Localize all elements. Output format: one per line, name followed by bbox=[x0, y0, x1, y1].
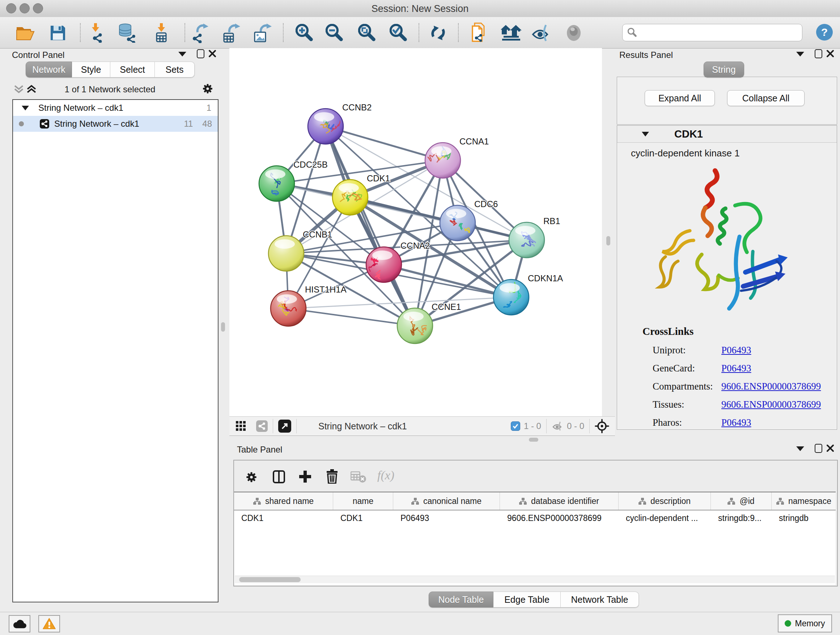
network-node-ccnb2[interactable] bbox=[308, 109, 343, 144]
network-node-ccna2[interactable] bbox=[366, 247, 401, 282]
collapse-all-button[interactable]: Collapse All bbox=[727, 90, 805, 106]
network-node-ccna1[interactable] bbox=[425, 143, 461, 178]
results-panel-menu-icon[interactable] bbox=[796, 52, 804, 57]
table-hscrollbar-thumb[interactable] bbox=[239, 577, 301, 582]
tab-select[interactable]: Select bbox=[111, 62, 155, 78]
zoom-selected-icon[interactable] bbox=[388, 22, 409, 43]
column-header[interactable]: namespace bbox=[772, 492, 836, 510]
network-row[interactable]: String Network – cdk1 11 48 bbox=[13, 116, 218, 132]
help-icon[interactable]: ? bbox=[816, 24, 833, 41]
protein-header-row[interactable]: CDK1 bbox=[617, 126, 837, 143]
tab-network-table[interactable]: Network Table bbox=[561, 592, 639, 608]
column-header[interactable]: database identifier bbox=[500, 492, 619, 510]
export-network-icon[interactable] bbox=[190, 22, 211, 43]
export-table-icon[interactable] bbox=[222, 22, 243, 43]
detach-view-icon[interactable] bbox=[278, 420, 291, 432]
cloud-status-button[interactable] bbox=[9, 615, 30, 632]
network-node-cdc25b[interactable] bbox=[259, 166, 294, 201]
network-edge[interactable] bbox=[288, 309, 415, 326]
table-cell[interactable]: 9606.ENSP00000378699 bbox=[500, 510, 619, 526]
column-header[interactable]: description bbox=[619, 492, 711, 510]
table-row[interactable]: CDK1CDK1P064939606.ENSP00000378699cyclin… bbox=[234, 510, 836, 526]
home-icon[interactable] bbox=[501, 22, 522, 43]
grid-view-icon[interactable] bbox=[236, 421, 246, 431]
table-panel-menu-icon[interactable] bbox=[796, 447, 804, 451]
network-node-cdk1[interactable] bbox=[332, 180, 368, 215]
memory-button[interactable]: Memory bbox=[778, 614, 832, 632]
network-node-rb1[interactable] bbox=[509, 222, 545, 258]
add-column-icon[interactable] bbox=[298, 470, 311, 483]
search-field[interactable] bbox=[622, 24, 802, 41]
network-options-gear-icon[interactable] bbox=[202, 83, 213, 95]
horizontal-splitter-handle[interactable] bbox=[529, 438, 538, 442]
control-panel-close-icon[interactable] bbox=[208, 50, 216, 57]
crosslink-link[interactable]: P06493 bbox=[722, 417, 752, 428]
network-node-cdkn1a[interactable] bbox=[493, 279, 529, 315]
table-hscrollbar[interactable] bbox=[235, 576, 835, 583]
table-cell[interactable]: P06493 bbox=[393, 510, 500, 526]
import-network-database-icon[interactable] bbox=[117, 22, 137, 43]
table-panel-float-icon[interactable] bbox=[815, 444, 822, 453]
crosslink-link[interactable]: 9606.ENSP00000378699 bbox=[722, 399, 821, 410]
network-edge-count: 48 bbox=[202, 119, 212, 129]
table-cell[interactable]: CDK1 bbox=[333, 510, 393, 526]
protein-collapse-icon[interactable] bbox=[642, 132, 649, 136]
column-header[interactable]: canonical name bbox=[393, 492, 500, 510]
show-eye-icon[interactable] bbox=[563, 22, 584, 43]
open-session-icon[interactable] bbox=[15, 22, 36, 43]
import-network-file-icon[interactable] bbox=[88, 22, 109, 43]
table-options-gear-icon[interactable] bbox=[245, 470, 258, 484]
table-cell[interactable]: stringdb:9... bbox=[711, 510, 772, 526]
open-session-from-network-icon[interactable] bbox=[468, 22, 489, 43]
control-panel-float-icon[interactable] bbox=[197, 49, 204, 58]
save-session-icon[interactable] bbox=[47, 22, 68, 43]
protein-structure-image bbox=[643, 164, 798, 320]
results-panel-close-icon[interactable] bbox=[826, 50, 834, 57]
left-splitter-handle[interactable] bbox=[221, 322, 225, 332]
crosslink-link[interactable]: P06493 bbox=[722, 345, 752, 356]
column-header[interactable]: name bbox=[333, 492, 393, 510]
delete-column-icon[interactable] bbox=[326, 469, 338, 484]
show-columns-icon[interactable] bbox=[272, 470, 286, 484]
network-collection-row[interactable]: String Network – cdk1 1 bbox=[13, 100, 218, 116]
results-panel-float-icon[interactable] bbox=[815, 49, 822, 58]
export-image-icon[interactable] bbox=[253, 22, 274, 43]
refresh-icon[interactable] bbox=[428, 22, 448, 43]
table-cell[interactable]: stringdb bbox=[772, 510, 836, 526]
tab-edge-table[interactable]: Edge Table bbox=[493, 592, 561, 608]
collection-expand-icon[interactable] bbox=[22, 106, 29, 111]
string-network-graph[interactable]: CCNB2CCNA1CDC25BCDK1CDC6RB1CCNB1CCNA2CDK… bbox=[229, 48, 602, 416]
crosslink-row: Tissues:9606.ENSP00000378699 bbox=[653, 399, 837, 410]
tab-sets[interactable]: Sets bbox=[155, 62, 195, 78]
network-node-hist1h1a[interactable] bbox=[271, 291, 306, 326]
network-node-ccnb1[interactable] bbox=[268, 236, 304, 271]
table-cell[interactable]: cyclin-dependent ... bbox=[619, 510, 711, 526]
network-node-ccne1[interactable] bbox=[397, 308, 433, 344]
expand-all-button[interactable]: Expand All bbox=[645, 90, 715, 106]
warning-status-button[interactable] bbox=[38, 615, 60, 632]
import-table-file-icon[interactable] bbox=[151, 22, 172, 43]
column-header[interactable]: shared name bbox=[234, 492, 333, 510]
results-tab-string[interactable]: String bbox=[704, 62, 744, 78]
zoom-out-icon[interactable] bbox=[324, 22, 345, 43]
hide-selected-icon[interactable] bbox=[531, 22, 552, 43]
table-cell[interactable]: CDK1 bbox=[234, 510, 333, 526]
crosslink-link[interactable]: 9606.ENSP00000378699 bbox=[722, 381, 821, 392]
network-canvas[interactable]: CCNB2CCNA1CDC25BCDK1CDC6RB1CCNB1CCNA2CDK… bbox=[229, 48, 602, 416]
tab-network[interactable]: Network bbox=[26, 62, 72, 78]
network-badge-icon[interactable] bbox=[256, 420, 268, 432]
zoom-fit-icon[interactable] bbox=[357, 22, 378, 43]
column-header[interactable]: @id bbox=[711, 492, 772, 510]
tab-node-table[interactable]: Node Table bbox=[429, 592, 493, 608]
zoom-in-icon[interactable] bbox=[294, 22, 315, 43]
table-panel-close-icon[interactable] bbox=[826, 444, 834, 452]
right-splitter-handle[interactable] bbox=[606, 236, 610, 245]
tab-style[interactable]: Style bbox=[72, 62, 111, 78]
control-panel-menu-icon[interactable] bbox=[178, 52, 186, 57]
selected-checkbox-icon[interactable] bbox=[511, 421, 520, 431]
delete-table-icon[interactable] bbox=[351, 471, 366, 483]
network-node-cdc6[interactable] bbox=[440, 205, 475, 241]
crosslink-link[interactable]: P06493 bbox=[722, 363, 752, 374]
search-input[interactable] bbox=[641, 25, 802, 40]
crosshair-icon[interactable] bbox=[595, 419, 609, 433]
